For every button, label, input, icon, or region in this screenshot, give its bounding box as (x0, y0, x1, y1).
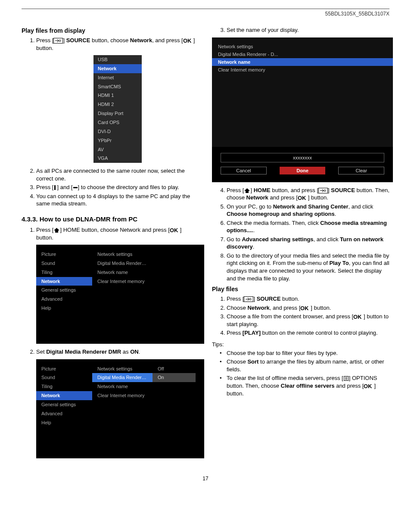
source-item-av[interactable]: AV (93, 145, 142, 154)
settings-sub-row[interactable]: Clear Internet memory (92, 277, 153, 286)
list-item: As all PCs are connected to the same rou… (36, 167, 199, 182)
net-row[interactable]: Digital Media Renderer - D... (212, 50, 393, 58)
settings-row[interactable]: Help (36, 304, 92, 313)
settings-mid: Network settings Digital Media Rendere..… (92, 245, 153, 344)
settings-left: Picture Sound Tiling Network General set… (36, 245, 92, 344)
play-files-2-steps: Press [] SOURCE button. Choose Network, … (212, 295, 389, 337)
settings-row[interactable]: Picture (36, 364, 92, 373)
settings-right (153, 245, 196, 344)
settings-row[interactable]: Advanced (36, 295, 92, 304)
net-row-networkname[interactable]: Network name (212, 58, 393, 66)
svg-text:OK: OK (353, 314, 362, 320)
source-item-ypbpr[interactable]: YPbPr (93, 136, 142, 145)
settings-sub-row[interactable]: Digital Media Rendere... (92, 259, 153, 268)
cancel-button[interactable]: Cancel (221, 167, 267, 174)
list-item: Press [] SOURCE button, choose Network, … (36, 37, 199, 163)
text: Network (247, 305, 269, 311)
list-item: Go to Advanced sharing settings, and cli… (227, 236, 389, 251)
down-icon (73, 185, 78, 190)
source-item-cardops[interactable]: Card OPS (93, 118, 142, 127)
source-item-usb[interactable]: USB (93, 55, 142, 64)
settings-row[interactable]: General settings (36, 400, 92, 409)
settings-sub-row[interactable]: Network name (92, 382, 153, 391)
settings-row[interactable]: Sound (36, 373, 92, 382)
settings-row[interactable]: Tiling (36, 268, 92, 277)
list-item: On your PC, go to Network and Sharing Ce… (227, 203, 389, 218)
text: . (335, 211, 336, 217)
net-row[interactable]: Clear Internet memory (212, 66, 393, 74)
list-item: Press [PLAY] button on the remote contro… (227, 329, 389, 337)
source-item-network[interactable]: Network (93, 64, 142, 73)
settings-row[interactable]: Sound (36, 259, 92, 268)
text: Network (130, 37, 152, 44)
done-button[interactable]: Done (280, 167, 326, 174)
settings-sub-row[interactable]: Clear Internet memory (92, 391, 153, 400)
right-column: Set the name of your display. Network se… (212, 25, 389, 463)
model-number: 55BDL3105X_55BDL3107X (22, 11, 389, 17)
text: Check the media formats. Then, click (227, 220, 320, 226)
list-item: Go to the directory of your media files … (227, 252, 389, 282)
source-item-internet[interactable]: Internet (93, 73, 142, 82)
settings-row[interactable]: General settings (36, 286, 92, 295)
settings-row-network[interactable]: Network (36, 391, 92, 400)
text: ] button. (311, 305, 331, 311)
text: . (253, 243, 255, 250)
svg-marker-8 (244, 188, 250, 193)
dlna-steps-continued: Set the name of your display. (212, 26, 389, 34)
settings-row-network[interactable]: Network (36, 277, 92, 286)
keyboard-area: xxxxxxxx Cancel Done Clear (212, 147, 393, 182)
list-item: To clear the list of offline media serve… (220, 374, 389, 397)
ok-icon: OK (353, 314, 364, 320)
settings-row[interactable]: Advanced (36, 409, 92, 418)
text: Choose a file from the content browser, … (227, 313, 353, 320)
source-item-vga[interactable]: VGA (93, 154, 142, 163)
source-item-hdmi1[interactable]: HDMI 1 (93, 91, 142, 100)
tips-label: Tips: (212, 341, 389, 348)
list-item: Press [] and [] to choose the directory … (36, 184, 199, 191)
settings-right: Off On (153, 359, 196, 458)
settings-row[interactable]: Tiling (36, 382, 92, 391)
settings-opt-off[interactable]: Off (153, 364, 196, 373)
settings-sub-row-dmr[interactable]: Digital Media Rendere... (92, 373, 153, 382)
source-menu: USB Network Internet SmartCMS HDMI 1 HDM… (93, 55, 142, 163)
text: , and press [ (152, 37, 183, 44)
ok-icon: OK (183, 38, 193, 44)
play-files-steps: Press [] SOURCE button, choose Network, … (22, 37, 199, 208)
svg-rect-5 (73, 187, 78, 188)
ok-icon: OK (170, 227, 180, 233)
text: [PLAY] (243, 330, 261, 336)
list-item: Set Digital Media Renderer DMR as ON. Pi… (36, 348, 199, 458)
svg-text:OK: OK (170, 227, 178, 233)
source-item-smartcms[interactable]: SmartCMS (93, 82, 142, 91)
text: Choose (227, 358, 247, 365)
svg-rect-4 (54, 185, 56, 190)
settings-sub-row[interactable]: Network settings (92, 250, 153, 259)
text: ON (130, 348, 139, 355)
heading-play-files-from-display: Play files from display (22, 27, 199, 34)
settings-opt-on[interactable]: On (153, 373, 196, 382)
list-item: Press [] HOME button, choose Network and… (36, 226, 199, 344)
text: and press [ (268, 194, 298, 201)
source-item-displayport[interactable]: Display Port (93, 109, 142, 118)
net-row[interactable]: Network settings (212, 43, 393, 50)
text: Choose homegroup and sharing options (227, 211, 335, 217)
ok-icon: OK (364, 383, 374, 389)
settings-sub-row[interactable]: Network name (92, 268, 153, 277)
list-item: You can connect up to 4 displays to the … (36, 193, 199, 208)
settings-row[interactable]: Help (36, 418, 92, 427)
settings-row[interactable]: Picture (36, 250, 92, 259)
kb-buttons: Cancel Done Clear (221, 167, 384, 174)
source-item-hdmi2[interactable]: HDMI 2 (93, 100, 142, 109)
name-input[interactable]: xxxxxxxx (221, 153, 384, 162)
heading-play-files: Play files (212, 286, 389, 292)
net-panel-top: Network settings Digital Media Renderer … (212, 37, 393, 147)
text: SOURCE (66, 37, 90, 44)
dlna-steps-1: Press [] HOME button, choose Network and… (22, 226, 199, 458)
text: Sort (247, 358, 258, 365)
home-icon (244, 188, 250, 193)
text: button. (280, 296, 299, 302)
settings-sub-row[interactable]: Network settings (92, 364, 153, 373)
source-item-dvid[interactable]: DVI-D (93, 127, 142, 136)
text: Press [ (36, 184, 53, 190)
clear-button[interactable]: Clear (338, 167, 384, 174)
